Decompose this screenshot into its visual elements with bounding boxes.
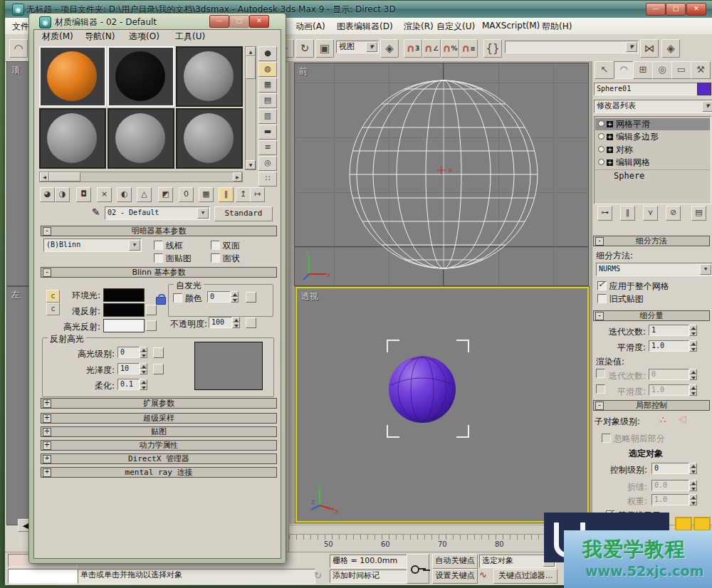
- shader-type-dropdown[interactable]: (B)Blinn▼: [43, 238, 142, 252]
- pin-stack-icon[interactable]: ⊶: [597, 206, 612, 221]
- specular-level-map-button[interactable]: [153, 347, 164, 358]
- selfillum-map-button[interactable]: [246, 292, 256, 303]
- tab-hierarchy[interactable]: ⊞: [633, 61, 653, 79]
- show-end-result-icon[interactable]: ‖: [620, 206, 635, 221]
- collapse-icon[interactable]: -: [595, 312, 604, 320]
- sample-slot-3[interactable]: [176, 46, 243, 107]
- material-name-dropdown[interactable]: 02 - Default▼: [105, 206, 210, 220]
- smoothness-spinner[interactable]: 1.0: [649, 340, 697, 352]
- material-id-channel-icon[interactable]: 0: [179, 187, 194, 202]
- expand-icon[interactable]: +: [607, 134, 613, 140]
- tab-utilities[interactable]: ⚒: [691, 61, 711, 79]
- stack-item-editpoly[interactable]: +编辑多边形: [595, 131, 710, 143]
- expand-icon[interactable]: +: [607, 121, 613, 127]
- material-type-button[interactable]: Standard: [214, 206, 273, 221]
- iterations-spinner[interactable]: 1: [649, 325, 697, 336]
- stack-item-editmesh[interactable]: +编辑网格: [595, 157, 710, 169]
- maxscript-mini-listener-white[interactable]: [8, 569, 78, 584]
- weight-spinner[interactable]: 1.0: [651, 494, 697, 505]
- reference-coordsys-dropdown[interactable]: 视图▼: [336, 41, 379, 53]
- edge-subobject-icon[interactable]: ◁: [679, 413, 686, 424]
- named-selection-dropdown[interactable]: ▼: [505, 41, 639, 53]
- isolate-icon[interactable]: ↻: [314, 570, 322, 581]
- snap-toggle-icon[interactable]: ∩3: [404, 39, 422, 58]
- object-name-field[interactable]: Sphere01: [594, 83, 698, 95]
- toolbar-undo-icon[interactable]: ◠: [9, 39, 28, 58]
- sample-type-icon[interactable]: ●: [258, 46, 277, 61]
- material-editor-window[interactable]: ◉ 材质编辑器 - 02 - Default — ▢ ✕ 材质(M) 导航(N)…: [28, 13, 286, 564]
- selection-lock-key-icon[interactable]: [407, 554, 429, 584]
- scale-tool-icon[interactable]: ▣: [315, 39, 334, 58]
- scroll-down-icon[interactable]: ▼: [246, 160, 256, 169]
- soften-spinner[interactable]: 0.1: [117, 379, 147, 390]
- make-unique-icon[interactable]: △: [137, 187, 152, 202]
- dropdown-arrow-icon[interactable]: ▼: [700, 264, 711, 275]
- two-sided-checkbox[interactable]: 双面: [211, 240, 240, 252]
- rollout-dynamics[interactable]: +动力学属性: [41, 440, 277, 451]
- collapse-icon[interactable]: -: [595, 237, 604, 246]
- rollout-directx-manager[interactable]: +DirectX 管理器: [41, 453, 277, 464]
- stack-item-meshsmooth[interactable]: +网格平滑: [595, 118, 710, 130]
- show-end-result-icon[interactable]: ‖: [219, 187, 234, 202]
- rollout-subdivision-method[interactable]: - 细分方法: [593, 236, 710, 246]
- angle-snap-icon[interactable]: ∩∠: [422, 39, 441, 58]
- modifier-onoff-icon[interactable]: [598, 159, 604, 165]
- sample-uv-tiling-icon[interactable]: ▤: [258, 93, 277, 108]
- tab-modify[interactable]: ◠: [614, 61, 634, 79]
- expand-icon[interactable]: +: [43, 455, 51, 463]
- set-key-curve-icon[interactable]: ∿: [479, 569, 487, 580]
- put-material-to-scene-icon[interactable]: ◑: [55, 187, 70, 202]
- stack-item-sphere[interactable]: Sphere: [595, 169, 710, 182]
- diffuse-map-button[interactable]: [146, 305, 157, 315]
- material-map-navigator-icon[interactable]: ∷: [258, 172, 277, 187]
- auto-key-button[interactable]: 自动关键点: [432, 554, 478, 569]
- menu-graph-editors[interactable]: 图表编辑器(D): [337, 18, 393, 36]
- add-time-tag[interactable]: 添加时间标记: [330, 569, 408, 583]
- sample-slot-6[interactable]: [176, 108, 243, 169]
- render-smoothness-spinner[interactable]: 1.0: [649, 384, 697, 396]
- mirror-tool-icon[interactable]: ⋈: [640, 39, 659, 58]
- stack-item-symmetry[interactable]: +对称: [595, 144, 710, 156]
- faceted-checkbox[interactable]: 面状: [211, 253, 240, 265]
- dropdown-arrow-icon[interactable]: ▼: [197, 208, 209, 219]
- vertex-subobject-icon[interactable]: ∴: [660, 414, 666, 425]
- collapse-icon[interactable]: -: [595, 401, 604, 410]
- rollout-maps[interactable]: +贴图: [41, 426, 277, 437]
- object-color-swatch[interactable]: [697, 83, 711, 95]
- expand-icon[interactable]: +: [43, 468, 51, 477]
- make-unique-icon[interactable]: ⋎: [643, 206, 658, 221]
- face-map-checkbox[interactable]: 面贴图: [154, 253, 192, 265]
- selfillum-color-checkbox[interactable]: 颜色: [173, 293, 202, 305]
- make-material-copy-icon[interactable]: ◐: [117, 187, 132, 202]
- rollout-subdivision-amount[interactable]: - 细分量: [593, 310, 710, 321]
- render-smoothness-checkbox[interactable]: [596, 384, 605, 394]
- scroll-left-icon[interactable]: ◀: [40, 172, 49, 182]
- ambient-diffuse-padlock-icon[interactable]: [156, 297, 166, 305]
- dropdown-arrow-icon[interactable]: ▼: [129, 240, 140, 251]
- render-iterations-spinner[interactable]: 0: [649, 369, 697, 380]
- tab-motion[interactable]: ◎: [652, 61, 672, 79]
- expand-icon[interactable]: +: [43, 428, 51, 436]
- go-forward-sibling-icon[interactable]: ↦: [250, 187, 265, 202]
- set-key-button[interactable]: 设置关键点: [432, 569, 478, 584]
- select-by-material-icon[interactable]: ◎: [258, 156, 277, 171]
- ambient-color-swatch[interactable]: [103, 288, 145, 302]
- collapse-icon[interactable]: -: [43, 227, 51, 236]
- sample-slot-2-active[interactable]: [108, 46, 174, 107]
- pick-material-eyedropper-icon[interactable]: ✎: [92, 206, 100, 218]
- menu-animation[interactable]: 动画(A): [295, 18, 325, 36]
- lock-ambient-diffuse-icon[interactable]: c: [46, 290, 60, 303]
- expand-icon[interactable]: +: [43, 414, 51, 423]
- go-to-parent-icon[interactable]: ↥: [236, 187, 251, 202]
- get-material-icon[interactable]: ◕: [40, 187, 55, 202]
- sample-vscrollbar[interactable]: ▲ ▼: [245, 46, 256, 170]
- specular-map-button[interactable]: [146, 320, 157, 331]
- render-iterations-checkbox[interactable]: [596, 369, 605, 379]
- rotate-tool-icon[interactable]: ↻: [295, 39, 314, 58]
- tab-display[interactable]: ▭: [671, 61, 691, 79]
- key-filters-button[interactable]: 关键点过滤器...: [493, 569, 557, 584]
- configure-modifier-sets-icon[interactable]: ▤: [691, 206, 706, 221]
- me-menu-options[interactable]: 选项(O): [129, 31, 159, 43]
- old-style-mapping-checkbox[interactable]: 旧式贴图: [597, 293, 644, 305]
- rollout-local-control[interactable]: - 局部控制: [593, 400, 710, 411]
